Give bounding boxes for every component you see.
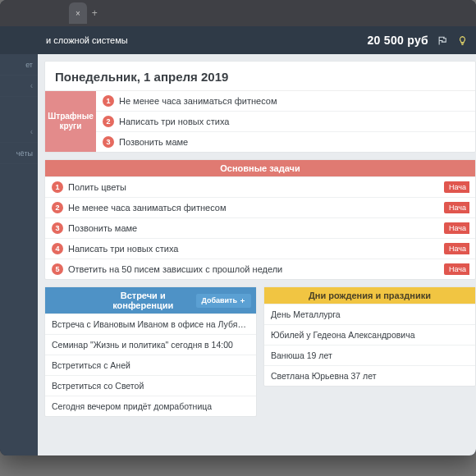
new-tab-button[interactable]: +	[92, 7, 98, 19]
content-area: Понедельник, 1 апреля 2019 Штрафные круг…	[38, 54, 476, 455]
start-button[interactable]: Нача	[444, 181, 469, 193]
penalty-item[interactable]: 3Позвонить маме	[96, 132, 475, 152]
item-number: 4	[52, 243, 63, 254]
breadcrumb: и сложной системы	[46, 35, 359, 45]
task-row[interactable]: 5Ответить на 50 писем зависших с прошлой…	[45, 259, 475, 279]
meeting-row[interactable]: Встретиться с Аней	[45, 355, 256, 375]
penalty-block: Штрафные круги 1Не менее часа заниматься…	[45, 90, 475, 152]
meetings-card: Встречи и конференции Добавить＋ Встреча …	[44, 286, 257, 417]
start-button[interactable]: Нача	[444, 202, 469, 213]
penalty-list: 1Не менее часа заниматься фитнесом 2Напи…	[96, 91, 475, 152]
close-icon[interactable]: ×	[76, 9, 80, 18]
sidebar-item-label: ет	[25, 61, 33, 69]
add-label: Добавить	[201, 296, 237, 304]
lightbulb-icon[interactable]	[456, 34, 468, 46]
flag-icon[interactable]	[437, 34, 448, 46]
item-number: 1	[52, 181, 63, 193]
birthday-row[interactable]: День Металлурга	[264, 304, 475, 324]
main-tasks-card: Основные задачи 1Полить цветыНача 2Не ме…	[44, 159, 476, 280]
item-text: Не менее часа заниматься фитнесом	[119, 96, 277, 106]
start-button[interactable]: Нача	[444, 222, 469, 234]
meeting-row[interactable]: Семинар "Жизнь и политика" сегодня в 14:…	[45, 334, 256, 355]
sidebar-item[interactable]: ‹	[0, 121, 38, 143]
task-row[interactable]: 2Не менее часа заниматься фитнесомНача	[45, 197, 475, 217]
balance-amount: 20 500 руб	[367, 34, 428, 47]
birthday-row[interactable]: Ванюша 19 лет	[264, 345, 475, 365]
item-number: 3	[103, 136, 114, 148]
item-text: Позвонить маме	[68, 223, 444, 233]
sidebar-item[interactable]: чёты	[0, 143, 38, 164]
meetings-header: Встречи и конференции Добавить＋	[45, 287, 256, 314]
birthday-row[interactable]: Светлана Юрьевна 37 лет	[264, 365, 475, 386]
browser-tab[interactable]: ×	[69, 2, 87, 24]
penalty-item[interactable]: 1Не менее часа заниматься фитнесом	[96, 91, 475, 112]
app-window: × + ет ‹ ‹ чёты и сложной системы	[0, 0, 476, 455]
main-tasks-header: Основные задачи	[45, 160, 475, 176]
meeting-row[interactable]: Встретиться со Светой	[45, 375, 256, 396]
birthdays-header: Дни рождения и праздники	[264, 287, 475, 304]
sidebar-item[interactable]: ‹	[0, 76, 38, 97]
item-text: Ответить на 50 писем зависших с прошлой …	[68, 264, 444, 274]
item-number: 2	[103, 116, 114, 127]
browser-tabstrip: × +	[0, 0, 476, 26]
task-row[interactable]: 4Написать три новых стихаНача	[45, 238, 475, 259]
item-text: Написать три новых стиха	[119, 117, 229, 126]
item-number: 5	[52, 263, 63, 275]
meetings-title: Встречи и конференции	[50, 291, 196, 310]
item-number: 1	[103, 95, 114, 107]
item-number: 3	[52, 222, 63, 234]
chevron-right-icon: ‹	[30, 81, 33, 90]
task-row[interactable]: 3Позвонить мамеНача	[45, 217, 475, 238]
item-number: 2	[52, 202, 63, 213]
topbar: и сложной системы 20 500 руб	[38, 26, 476, 54]
item-text: Полить цветы	[68, 182, 444, 192]
sidebar: ет ‹ ‹ чёты	[0, 26, 38, 455]
day-card: Понедельник, 1 апреля 2019 Штрафные круг…	[44, 61, 476, 153]
start-button[interactable]: Нача	[444, 263, 469, 275]
add-meeting-button[interactable]: Добавить＋	[196, 294, 251, 308]
sidebar-item-label: чёты	[16, 149, 33, 158]
meeting-row[interactable]: Встреча с Ивановым Иваном в офисе на Луб…	[45, 314, 256, 334]
birthday-row[interactable]: Юбилей у Гедеона Александровича	[264, 324, 475, 345]
item-text: Не менее часа заниматься фитнесом	[68, 203, 444, 213]
sidebar-header	[0, 26, 38, 54]
sidebar-item[interactable]: ет	[0, 54, 38, 76]
start-button[interactable]: Нача	[444, 243, 469, 254]
meeting-row[interactable]: Сегодня вечером придёт домработница	[45, 396, 256, 416]
page-title: Понедельник, 1 апреля 2019	[45, 62, 475, 90]
penalty-badge: Штрафные круги	[45, 91, 96, 152]
birthdays-card: Дни рождения и праздники День Металлурга…	[263, 286, 476, 387]
penalty-item[interactable]: 2Написать три новых стиха	[96, 112, 475, 132]
item-text: Написать три новых стиха	[68, 244, 444, 254]
item-text: Позвонить маме	[119, 137, 188, 147]
task-row[interactable]: 1Полить цветыНача	[45, 176, 475, 197]
chevron-right-icon: ‹	[30, 127, 33, 136]
plus-icon: ＋	[239, 295, 246, 306]
